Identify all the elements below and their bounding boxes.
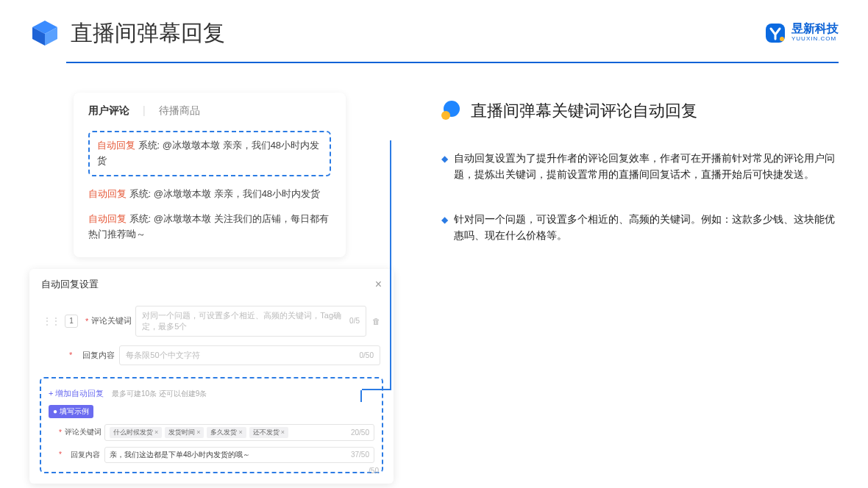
section-title: 直播间弹幕关键词评论自动回复 bbox=[471, 100, 697, 122]
example-keyword-input[interactable]: 什么时候发货× 发货时间× 多久发货× 还不发货× 20/50 bbox=[104, 424, 374, 441]
page-title: 直播间弹幕回复 bbox=[71, 18, 225, 49]
settings-title: 自动回复设置 bbox=[41, 278, 99, 291]
diamond-bullet-icon: ◆ bbox=[441, 152, 448, 183]
example-keyword-counter: 20/50 bbox=[351, 428, 369, 437]
tab-divider: | bbox=[143, 104, 146, 118]
example-content-value: 亲，我们这边都是下单48小时内发货的哦～ bbox=[110, 450, 250, 460]
keyword-counter: 0/5 bbox=[349, 317, 360, 325]
content-field-label: 回复内容 bbox=[75, 350, 115, 361]
tag-chip[interactable]: 发货时间× bbox=[165, 427, 204, 438]
comment-row-highlighted: 自动回复 系统: @冰墩墩本墩 亲亲，我们48小时内发货 bbox=[88, 131, 331, 176]
content-counter: 0/50 bbox=[360, 351, 374, 359]
comment-row: 自动回复 系统: @冰墩墩本墩 关注我们的店铺，每日都有热门推荐呦～ bbox=[88, 212, 331, 243]
auto-reply-label: 自动回复 bbox=[88, 188, 127, 199]
add-auto-reply-link[interactable]: + 增加自动回复 bbox=[49, 389, 104, 398]
tag-chip[interactable]: 什么时候发货× bbox=[110, 427, 162, 438]
example-content-input[interactable]: 亲，我们这边都是下单48小时内发货的哦～ 37/50 bbox=[104, 447, 374, 463]
screenshots-column: 用户评论 | 待播商品 自动回复 系统: @冰墩墩本墩 亲亲，我们48小时内发货… bbox=[29, 93, 397, 484]
brand-icon bbox=[764, 21, 787, 45]
example-content-row: * 回复内容 亲，我们这边都是下单48小时内发货的哦～ 37/50 bbox=[49, 447, 374, 463]
add-quota-text: 最多可建10条 还可以创建9条 bbox=[112, 390, 207, 398]
example-badge: ● 填写示例 bbox=[49, 405, 93, 418]
svg-point-4 bbox=[780, 37, 784, 41]
content-input[interactable]: 每条限50个中文字符 0/50 bbox=[119, 345, 380, 365]
section-dot-icon bbox=[441, 101, 462, 121]
comments-card: 用户评论 | 待播商品 自动回复 系统: @冰墩墩本墩 亲亲，我们48小时内发货… bbox=[74, 93, 346, 257]
required-marker: * bbox=[59, 451, 62, 459]
example-content-label: 回复内容 bbox=[65, 450, 100, 460]
description-column: 直播间弹幕关键词评论自动回复 ◆ 自动回复设置为了提升作者的评论回复效率，作者可… bbox=[397, 93, 839, 484]
brand-name-en: YUUXIN.COM bbox=[791, 35, 839, 43]
auto-reply-label: 自动回复 bbox=[88, 213, 127, 224]
keyword-placeholder: 对同一个问题，可设置多个相近、高频的关键词，Tag确定，最多5个 bbox=[142, 310, 345, 332]
bullet-item: ◆ 针对同一个问题，可设置多个相近的、高频的关键词。例如：这款多少钱、这块能优惠… bbox=[441, 211, 839, 244]
comments-tabs: 用户评论 | 待播商品 bbox=[88, 104, 331, 118]
footer-counter: /50 bbox=[369, 467, 379, 475]
bullet-item: ◆ 自动回复设置为了提升作者的评论回复效率，作者可在开播前针对常见的评论用户问题… bbox=[441, 150, 839, 183]
bullet-text: 自动回复设置为了提升作者的评论回复效率，作者可在开播前针对常见的评论用户问题，提… bbox=[454, 150, 839, 183]
tag-chip[interactable]: 多久发货× bbox=[207, 427, 246, 438]
required-marker: * bbox=[69, 351, 72, 359]
tab-pending-goods[interactable]: 待播商品 bbox=[159, 104, 200, 118]
page-header: 直播间弹幕回复 昱新科技 YUUXIN.COM bbox=[0, 0, 868, 49]
comment-row: 自动回复 系统: @冰墩墩本墩 亲亲，我们48小时内发货 bbox=[88, 187, 331, 202]
rule-number: 1 bbox=[65, 315, 78, 328]
auto-reply-label: 自动回复 bbox=[97, 140, 135, 151]
comment-text: 系统: @冰墩墩本墩 亲亲，我们48小时内发货 bbox=[127, 188, 320, 199]
keyword-input[interactable]: 对同一个问题，可设置多个相近、高频的关键词，Tag确定，最多5个 0/5 bbox=[135, 306, 366, 337]
required-marker: * bbox=[85, 317, 88, 326]
example-keyword-label: 评论关键词 bbox=[65, 427, 100, 437]
required-marker: * bbox=[59, 428, 62, 437]
content-placeholder: 每条限50个中文字符 bbox=[126, 350, 199, 361]
example-block: + 增加自动回复 最多可建10条 还可以创建9条 ● 填写示例 * 评论关键词 … bbox=[40, 377, 383, 473]
cube-icon bbox=[29, 18, 60, 49]
close-icon[interactable]: × bbox=[375, 278, 382, 291]
trash-icon[interactable]: 🗑 bbox=[372, 317, 380, 326]
tab-user-comments[interactable]: 用户评论 bbox=[88, 104, 129, 118]
brand-name-cn: 昱新科技 bbox=[791, 23, 839, 35]
keyword-field-label: 评论关键词 bbox=[91, 315, 131, 326]
keyword-row: ⋮⋮ 1 * 评论关键词 对同一个问题，可设置多个相近、高频的关键词，Tag确定… bbox=[40, 306, 383, 337]
content-row: * 回复内容 每条限50个中文字符 0/50 bbox=[40, 345, 383, 365]
example-content-counter: 37/50 bbox=[351, 451, 369, 459]
auto-reply-settings-card: 自动回复设置 × ⋮⋮ 1 * 评论关键词 对同一个问题，可设置多个相近、高频的… bbox=[29, 269, 394, 484]
drag-handle-icon[interactable]: ⋮⋮ bbox=[43, 316, 60, 326]
tag-chip[interactable]: 还不发货× bbox=[249, 427, 288, 438]
example-keyword-row: * 评论关键词 什么时候发货× 发货时间× 多久发货× 还不发货× 20/50 bbox=[49, 424, 374, 441]
diamond-bullet-icon: ◆ bbox=[441, 213, 448, 244]
bullet-text: 针对同一个问题，可设置多个相近的、高频的关键词。例如：这款多少钱、这块能优惠吗、… bbox=[454, 211, 839, 244]
brand-logo: 昱新科技 YUUXIN.COM bbox=[764, 21, 839, 45]
